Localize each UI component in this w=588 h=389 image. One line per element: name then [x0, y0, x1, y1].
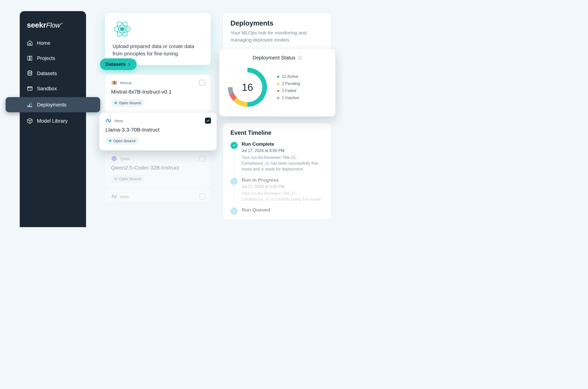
datasets-button-label: Datasets	[106, 61, 125, 67]
datasets-card-description: Upload prepared data or create data from…	[113, 43, 203, 57]
timeline-item-progress: Run in Progress Jul 17, 2024 at 3:05 PM …	[230, 177, 324, 202]
cube-icon	[27, 118, 33, 124]
sidebar-item-label: Sandbox	[37, 86, 57, 92]
info-icon[interactable]: i	[298, 56, 302, 60]
svg-rect-15	[234, 181, 234, 182]
sidebar-item-sandbox[interactable]: Sandbox	[20, 81, 86, 96]
datasets-button[interactable]: Datasets	[100, 58, 137, 70]
timeline-item-title: Run Queued	[242, 207, 270, 213]
model-card-mixtral[interactable]: Mixtral Mixtral-8x7B-Instruct-v0.1 Open …	[105, 74, 211, 113]
svg-rect-10	[115, 81, 116, 84]
sidebar-item-label: Deployments	[37, 102, 67, 108]
open-source-badge: Open Source	[106, 137, 139, 145]
status-title: Deployment Status	[253, 55, 296, 61]
model-select-checkbox[interactable]	[199, 156, 205, 162]
database-icon	[27, 70, 33, 76]
model-list: Mixtral Mixtral-8x7B-Instruct-v0.1 Open …	[105, 74, 211, 202]
sidebar-item-home[interactable]: Home	[20, 35, 86, 51]
deployments-subtitle: Your MLOps hub for monitoring and managi…	[230, 29, 324, 43]
check-circle-icon	[230, 142, 238, 149]
timeline-item-description: Your run Ad-Reviewer-Title-21-Compliance…	[242, 155, 324, 172]
svg-rect-9	[114, 81, 115, 84]
model-select-checkbox[interactable]	[199, 80, 205, 86]
right-column: Deployments Your MLOps hub for monitorin…	[223, 13, 331, 220]
home-icon	[27, 40, 33, 46]
badge-label: Open Source	[119, 177, 141, 181]
model-card-qwen[interactable]: Qwen Qwen2.5-Coder-32B-Instruct Open Sou…	[105, 150, 211, 188]
sandbox-icon	[27, 85, 33, 92]
status-legend: 12 Active 2 Pending 1 Failed 1 Inactive	[277, 74, 300, 100]
sidebar-item-label: Projects	[37, 55, 55, 61]
logo-tm: ™	[60, 23, 63, 25]
check-icon	[206, 119, 210, 122]
deployments-icon	[27, 102, 33, 108]
svg-point-18	[234, 210, 234, 211]
meta-logo-icon	[106, 118, 112, 124]
svg-rect-8	[112, 81, 113, 84]
qwen-logo-icon	[111, 156, 117, 162]
model-card-meta-llama[interactable]: Meta Llama-3.3-70B-Instruct Open Source	[99, 112, 217, 150]
atom-icon	[113, 19, 132, 39]
model-vendor: Mixtral	[120, 81, 131, 85]
model-vendor: Meta	[120, 194, 129, 199]
status-total: 16	[226, 66, 269, 109]
sidebar-item-projects[interactable]: Projects	[20, 51, 86, 66]
deployment-status-card: Deployment Status i 16 12 Active 2 Pendi…	[219, 49, 335, 117]
legend-active: 12 Active	[282, 74, 298, 79]
model-select-checkbox[interactable]	[199, 193, 205, 200]
model-name: Qwen2.5-Coder-32B-Instruct	[111, 165, 205, 171]
mixtral-logo-icon	[111, 80, 117, 86]
svg-rect-0	[28, 56, 30, 60]
timeline-item-timestamp: Jul 17, 2024 at 3:05 PM	[242, 184, 324, 189]
info-circle-icon	[230, 208, 238, 215]
model-name: Mixtral-8x7B-Instruct-v0.1	[111, 89, 205, 95]
open-source-badge: Open Source	[111, 175, 145, 183]
legend-failed: 1 Failed	[282, 89, 296, 93]
sidebar-item-label: Home	[37, 40, 50, 46]
timeline-item-title: Run in Progress	[242, 177, 324, 183]
open-source-badge: Open Source	[111, 99, 145, 107]
model-vendor: Meta	[115, 119, 123, 123]
sidebar-item-datasets[interactable]: Datasets	[20, 66, 86, 81]
datasets-card: Upload prepared data or create data from…	[105, 13, 211, 65]
deployments-title: Deployments	[230, 19, 324, 27]
model-select-checkbox[interactable]	[205, 118, 211, 124]
timeline-item-complete: Run Complete Jul 17, 2024 at 8:00 PM You…	[230, 141, 324, 172]
svg-rect-1	[30, 56, 32, 60]
timeline-item-description: Your run Ad-Reviewer-Title-21-Compliance…	[242, 190, 324, 202]
model-vendor: Qwen	[120, 157, 130, 161]
logo-sub: Flow	[46, 21, 60, 29]
badge-label: Open Source	[119, 101, 141, 105]
sidebar-item-deployments[interactable]: Deployments	[6, 97, 100, 112]
sidebar-item-model-library[interactable]: Model Library	[20, 113, 86, 128]
svg-rect-3	[28, 87, 32, 90]
status-donut-chart: 16	[226, 66, 269, 109]
timeline-item-queued: Run Queued	[230, 207, 324, 215]
model-card-meta-2[interactable]: Meta	[105, 188, 211, 202]
legend-inactive: 1 Inactive	[282, 96, 299, 100]
info-circle-icon	[230, 178, 238, 185]
chevron-right-icon	[128, 62, 131, 66]
svg-rect-17	[234, 211, 234, 212]
sidebar-item-label: Datasets	[37, 71, 57, 76]
timeline-title: Event Timeline	[230, 129, 324, 136]
svg-point-16	[234, 180, 234, 181]
timeline-item-timestamp: Jul 17, 2024 at 8:00 PM	[242, 148, 324, 153]
legend-pending: 2 Pending	[282, 81, 300, 86]
logo-brand: seekr	[27, 21, 46, 29]
event-timeline-card: Event Timeline Run Complete Jul 17, 2024…	[223, 123, 331, 220]
middle-column: Upload prepared data or create data from…	[99, 13, 217, 202]
timeline-item-title: Run Complete	[242, 141, 324, 147]
meta-logo-icon	[111, 193, 117, 200]
model-name: Llama-3.3-70B-Instruct	[106, 127, 211, 133]
status-title-row: Deployment Status i	[226, 55, 329, 61]
badge-label: Open Source	[113, 139, 136, 143]
svg-point-2	[28, 71, 32, 72]
projects-icon	[27, 55, 33, 61]
sidebar-item-label: Model Library	[37, 118, 68, 124]
app-logo: seekrFlow™	[20, 19, 86, 35]
sidebar: seekrFlow™ Home Projects Datasets Sandbo…	[20, 11, 86, 227]
